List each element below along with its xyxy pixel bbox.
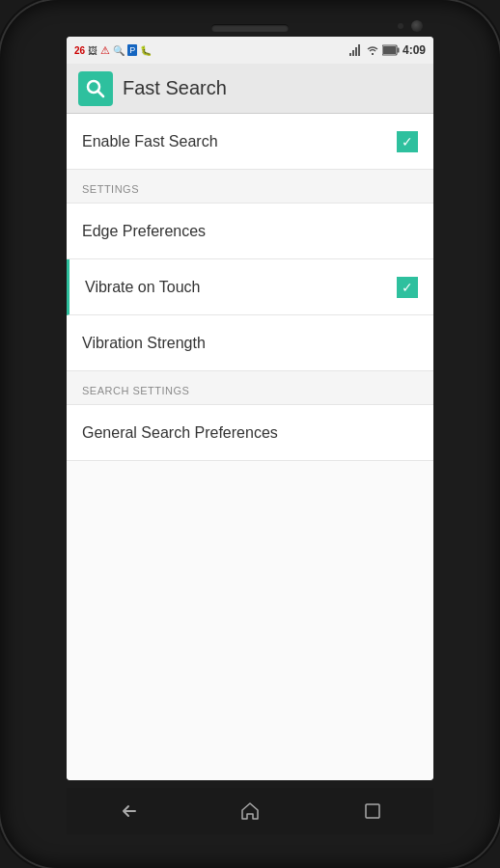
recents-button[interactable] <box>355 794 390 828</box>
battery-icon <box>382 44 400 56</box>
status-right: 4:09 <box>349 43 426 57</box>
section-label-search: SEARCH SETTINGS <box>82 385 189 396</box>
item-label: Vibrate on Touch <box>85 279 201 296</box>
speaker-grille <box>211 24 289 32</box>
checkbox-enable-fast-search[interactable]: ✓ <box>397 131 418 152</box>
clock: 4:09 <box>403 43 426 57</box>
phone-shell: 26 🖼 ⚠ 🔍 P 🐛 <box>0 0 500 868</box>
status-left: 26 🖼 ⚠ 🔍 P 🐛 <box>74 44 152 57</box>
svg-rect-3 <box>358 44 360 56</box>
warning-icon: ⚠ <box>100 44 110 57</box>
svg-line-8 <box>98 91 104 96</box>
settings-list: Enable Fast Search ✓ SETTINGS Edge Prefe… <box>67 114 433 780</box>
item-label: General Search Preferences <box>82 424 278 442</box>
svg-rect-1 <box>352 50 354 56</box>
list-item[interactable]: General Search Preferences <box>67 405 433 461</box>
parking-icon: P <box>127 44 137 56</box>
camera-area <box>398 20 423 32</box>
item-label: Vibration Strength <box>82 335 206 352</box>
home-button[interactable] <box>233 794 267 828</box>
section-header-search: SEARCH SETTINGS <box>67 371 433 405</box>
photo-icon: 🖼 <box>88 45 97 56</box>
list-item[interactable]: Vibration Strength <box>67 315 433 371</box>
section-label-settings: SETTINGS <box>82 183 139 195</box>
list-item[interactable]: Vibrate on Touch ✓ <box>67 259 433 315</box>
app-icon <box>78 71 113 106</box>
app-bar: Fast Search <box>67 64 433 114</box>
signal-icon <box>349 44 363 56</box>
nav-bar <box>67 788 433 834</box>
phone-bottom <box>0 780 500 854</box>
item-label: Enable Fast Search <box>82 133 218 150</box>
wifi-icon <box>366 44 379 56</box>
search-status-icon: 🔍 <box>113 45 125 56</box>
svg-rect-2 <box>355 47 357 56</box>
svg-rect-5 <box>397 48 399 53</box>
section-header-settings: SETTINGS <box>67 170 433 203</box>
checkbox-vibrate-on-touch[interactable]: ✓ <box>397 277 418 298</box>
svg-rect-6 <box>383 46 396 54</box>
screen: 26 🖼 ⚠ 🔍 P 🐛 <box>67 37 433 780</box>
bug-icon: 🐛 <box>140 45 152 56</box>
phone-top <box>0 14 500 37</box>
list-item[interactable]: Edge Preferences <box>67 203 433 259</box>
svg-rect-0 <box>349 53 351 56</box>
back-button[interactable] <box>110 794 145 828</box>
status-bar: 26 🖼 ⚠ 🔍 P 🐛 <box>67 37 433 64</box>
sensor-dot <box>398 23 403 29</box>
camera-lens <box>411 20 423 32</box>
list-item[interactable]: Enable Fast Search ✓ <box>67 114 433 170</box>
item-label: Edge Preferences <box>82 223 206 240</box>
svg-rect-9 <box>366 804 379 818</box>
app-title: Fast Search <box>123 77 227 99</box>
notification-count: 26 <box>74 45 85 56</box>
